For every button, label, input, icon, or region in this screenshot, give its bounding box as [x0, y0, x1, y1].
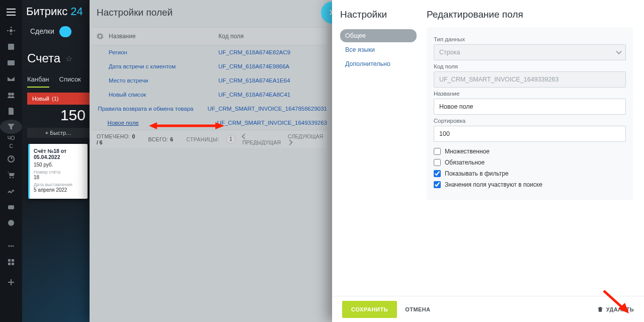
- chk-multi[interactable]: [434, 148, 441, 155]
- total-value: 6: [170, 136, 173, 142]
- card-date-label: Дата выставления: [34, 182, 84, 187]
- chk-required-label: Обязательное: [445, 159, 485, 166]
- row-code-link[interactable]: UF_CRM_618A674EA1E64: [218, 77, 290, 84]
- card-date: 5 апреля 2022: [34, 187, 84, 193]
- brand-logo: Битрикс 24: [26, 5, 83, 18]
- rail-add-icon[interactable]: [0, 275, 22, 290]
- row-name-link[interactable]: Правила возврата и обмена товара: [98, 106, 193, 112]
- save-button[interactable]: СОХРАНИТЬ: [342, 301, 397, 318]
- chk-search-label: Значения поля участвуют в поиске: [445, 181, 542, 188]
- chk-filter[interactable]: [434, 170, 441, 177]
- label-code: Код поля: [434, 63, 626, 69]
- label-type: Тип данных: [434, 36, 626, 42]
- chk-required-row[interactable]: Обязательное: [434, 159, 626, 166]
- svg-point-7: [11, 93, 14, 96]
- rail-item-1[interactable]: [0, 23, 22, 38]
- grid-footer: ОТМЕЧЕНО:0 / 6 ВСЕГО:6 СТРАНИЦЫ: 1 ПРЕДЫ…: [92, 130, 327, 148]
- table-row[interactable]: Правила возврата и обмена товараUF_CRM_S…: [92, 102, 327, 116]
- table-row[interactable]: Дата встречи с клиентомUF_CRM_618A674E98…: [92, 59, 327, 73]
- stage-name: Новый: [32, 96, 49, 102]
- svg-point-14: [13, 246, 14, 247]
- col-name[interactable]: Название: [109, 33, 218, 40]
- prev-page[interactable]: ПРЕДЫДУЩАЯ: [243, 133, 281, 145]
- quick-create[interactable]: + Быстр…: [27, 128, 90, 138]
- edit-form-title: Редактирование поля: [427, 9, 633, 20]
- subtab-list[interactable]: Список: [59, 75, 81, 88]
- filter-icon[interactable]: [0, 120, 22, 134]
- favorite-star-icon[interactable]: ☆: [65, 54, 72, 63]
- chk-required[interactable]: [434, 159, 441, 166]
- next-page[interactable]: СЛЕДУЮЩАЯ: [288, 133, 323, 145]
- nav-common[interactable]: Общее: [340, 29, 417, 42]
- page-number[interactable]: 1: [226, 135, 235, 144]
- cart-icon[interactable]: [0, 167, 22, 182]
- chk-search-row[interactable]: Значения поля участвуют в поиске: [434, 181, 626, 188]
- left-rail: ЧО С: [0, 0, 22, 322]
- rail-item-13[interactable]: [0, 255, 22, 270]
- rail-item-12[interactable]: [0, 238, 22, 254]
- table-row[interactable]: Новый списокUF_CRM_618A674EA8C41: [92, 88, 327, 102]
- brand-b: 24: [70, 5, 83, 18]
- row-name-link[interactable]: Регион: [109, 49, 127, 55]
- page-title: Счета: [27, 51, 60, 65]
- nav-extra[interactable]: Дополнительно: [340, 57, 417, 70]
- rail-item-3[interactable]: [0, 55, 22, 70]
- table-row[interactable]: Место встречиUF_CRM_618A674EA1E64: [92, 73, 327, 88]
- svg-rect-2: [7, 15, 16, 16]
- rail-item-9[interactable]: [0, 183, 22, 198]
- row-code-link[interactable]: UF_CRM_618A674E82AC9: [218, 49, 290, 55]
- rail-text-cho[interactable]: ЧО: [0, 135, 22, 142]
- rail-item-10[interactable]: [0, 199, 22, 214]
- svg-rect-4: [8, 44, 14, 50]
- col-code[interactable]: Код поля: [218, 33, 327, 40]
- svg-rect-10: [8, 205, 14, 209]
- fields-panel: Настройки полей ✕ Название Код поля Реги…: [90, 0, 332, 322]
- rail-text-s[interactable]: С: [0, 143, 22, 150]
- row-name-link[interactable]: Дата встречи с клиентом: [109, 63, 176, 69]
- rail-item-5[interactable]: [0, 88, 22, 103]
- svg-point-8: [10, 177, 11, 179]
- row-code-link[interactable]: UF_CRM_SMART_INVOICE_1649339263: [217, 120, 327, 126]
- row-code-link[interactable]: UF_CRM_SMART_INVOICE_1647858629031: [207, 106, 327, 112]
- gear-icon[interactable]: [92, 33, 109, 40]
- field-sort-input[interactable]: [434, 126, 626, 142]
- field-name-input[interactable]: [434, 99, 626, 115]
- kanban-card[interactable]: Счёт №18 от 05.04.2022 150 руб. Номер сч…: [28, 144, 88, 199]
- rail-item-4[interactable]: [0, 71, 22, 87]
- delete-button[interactable]: УДАЛИТЬ: [597, 306, 634, 312]
- menu-icon[interactable]: [0, 2, 22, 22]
- table-row[interactable]: РегионUF_CRM_618A674E82AC9: [92, 45, 327, 59]
- table-row[interactable]: Новое полеUF_CRM_SMART_INVOICE_164933926…: [92, 116, 327, 130]
- tab-deals-label: Сделки: [30, 27, 54, 35]
- tab-deals[interactable]: Сделки: [30, 26, 71, 37]
- stage-new[interactable]: Новый (1): [27, 93, 90, 105]
- field-type-select: [434, 44, 626, 60]
- row-name-link[interactable]: Новый список: [109, 92, 146, 98]
- nav-langs[interactable]: Все языки: [340, 43, 417, 56]
- rail-item-6[interactable]: [0, 104, 22, 119]
- row-code-link[interactable]: UF_CRM_618A674EA8C41: [218, 92, 290, 98]
- fields-panel-title: Настройки полей: [97, 7, 173, 18]
- edit-footer: СОХРАНИТЬ ОТМЕНА УДАЛИТЬ: [332, 296, 644, 322]
- rail-item-11[interactable]: [0, 215, 22, 230]
- chk-multi-label: Множественное: [445, 148, 490, 155]
- svg-rect-18: [12, 263, 14, 265]
- total-label: ВСЕГО:: [148, 136, 168, 142]
- brand-a: Битрикс: [26, 5, 67, 18]
- stage-amount: 150: [27, 107, 90, 124]
- cancel-button[interactable]: ОТМЕНА: [405, 306, 430, 312]
- rail-item-2[interactable]: [0, 39, 22, 54]
- chk-filter-row[interactable]: Показывать в фильтре: [434, 170, 626, 177]
- row-name-link[interactable]: Новое поле: [108, 120, 139, 126]
- selected-label: ОТМЕЧЕНО:: [97, 133, 130, 139]
- card-title: Счёт №18 от 05.04.2022: [34, 148, 84, 160]
- svg-point-12: [9, 246, 10, 247]
- gauge-icon[interactable]: [0, 151, 22, 166]
- row-name-link[interactable]: Место встречи: [109, 77, 148, 84]
- chk-multi-row[interactable]: Множественное: [434, 148, 626, 155]
- row-code-link[interactable]: UF_CRM_618A674E9866A: [218, 63, 289, 69]
- svg-rect-0: [7, 9, 16, 10]
- subtab-kanban[interactable]: Канбан: [27, 75, 49, 88]
- chk-search[interactable]: [434, 181, 441, 188]
- svg-point-6: [8, 93, 11, 96]
